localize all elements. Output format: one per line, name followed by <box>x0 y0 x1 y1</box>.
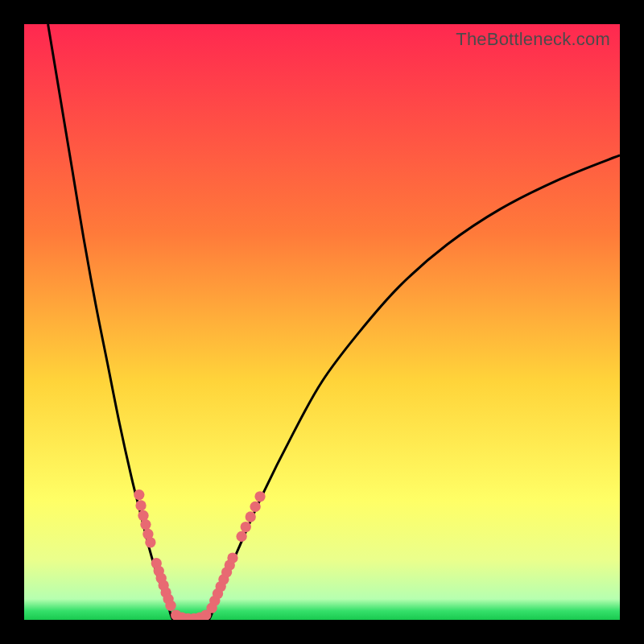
data-marker <box>250 502 260 512</box>
data-marker <box>254 491 265 502</box>
watermark-text: TheBottleneck.com <box>456 29 610 50</box>
marker-layer <box>134 489 266 620</box>
outer-frame: TheBottleneck.com <box>0 0 644 644</box>
chart-svg <box>24 24 620 620</box>
data-marker <box>135 500 146 510</box>
data-marker <box>227 552 237 563</box>
plot-area: TheBottleneck.com <box>24 24 620 620</box>
data-marker <box>165 601 175 611</box>
data-marker <box>246 511 256 522</box>
data-marker <box>134 489 144 500</box>
data-marker <box>241 522 251 532</box>
data-marker <box>145 537 155 547</box>
data-marker <box>140 519 151 530</box>
curve-path <box>48 24 620 620</box>
data-marker <box>236 531 246 542</box>
